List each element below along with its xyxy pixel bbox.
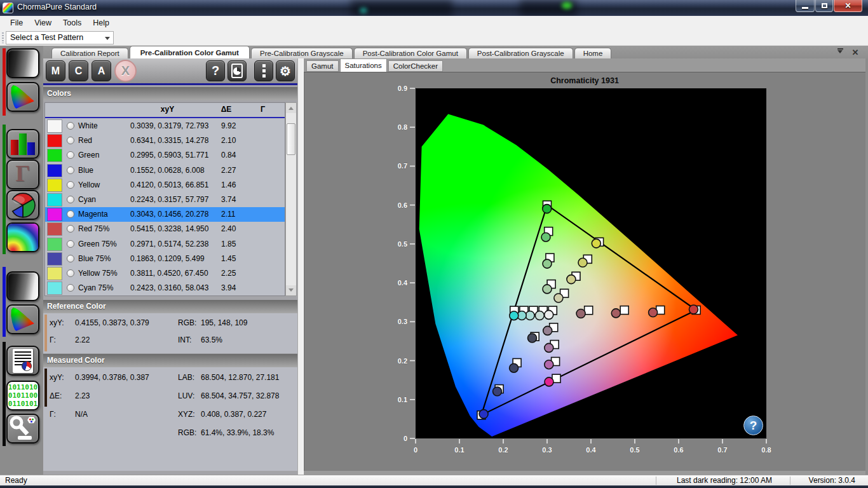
scroll-up-button[interactable] — [286, 103, 296, 113]
abort-button[interactable]: X — [114, 60, 137, 82]
tab-list-dropdown-button[interactable] — [835, 48, 845, 57]
tab-pre-calibration-color-gamut[interactable]: Pre-Calibration Color Gamut — [130, 46, 250, 58]
radio-button[interactable] — [67, 210, 74, 218]
radio-button[interactable] — [67, 196, 74, 203]
window-title: ChormaPure Standard — [17, 3, 97, 11]
chart-help-button[interactable]: ? — [743, 416, 763, 435]
radio-button[interactable] — [67, 269, 74, 277]
color-de-value: 1.45 — [221, 254, 236, 263]
color-swatch — [48, 268, 62, 280]
post-grayscale-button[interactable] — [6, 271, 39, 301]
scroll-down-button[interactable] — [286, 285, 296, 295]
field-value: 2.22 — [75, 336, 90, 344]
colors-section-header: Colors — [43, 87, 297, 100]
restore-button[interactable] — [815, 0, 833, 12]
options-button[interactable] — [254, 60, 273, 81]
color-xyy-value: 0.2243, 0.3157, 57.797 — [130, 195, 208, 204]
radio-button[interactable] — [67, 240, 74, 248]
color-row-cyan[interactable]: Cyan0.2243, 0.3157, 57.7973.74 — [45, 193, 285, 207]
measured-marker — [567, 275, 576, 284]
radio-button[interactable] — [67, 284, 74, 292]
radio-button[interactable] — [67, 225, 74, 233]
pre-gamut-button[interactable] — [6, 82, 39, 112]
subtab-saturations[interactable]: Saturations — [340, 58, 387, 72]
subtabs: GamutSaturationsColorChecker — [306, 58, 444, 72]
menu-item-tools[interactable]: Tools — [57, 16, 87, 30]
timer-button[interactable] — [227, 60, 247, 81]
color-row-white[interactable]: White0.3039, 0.3179, 72.7939.92 — [45, 119, 285, 133]
cie-horseshoe-icon — [8, 304, 37, 334]
post-gamut-button[interactable] — [6, 304, 39, 334]
color-decoder-button[interactable] — [6, 190, 39, 220]
measured-marker — [649, 308, 658, 317]
settings-button[interactable]: ⚙ — [276, 60, 295, 81]
chevron-down-icon — [105, 37, 110, 43]
close-window-button[interactable]: ✕ — [834, 0, 862, 12]
tab-post-calibration-color-gamut[interactable]: Post-Calibration Color Gamut — [354, 48, 467, 58]
toolbar-grip[interactable] — [2, 32, 4, 43]
reference-swatch — [44, 315, 47, 351]
rgb-levels-button[interactable] — [6, 129, 39, 159]
app-window: ChormaPure Standard ✕ FileViewToolsHelp … — [0, 0, 868, 488]
gamma-button[interactable]: Γ — [6, 159, 39, 189]
status-separator — [790, 477, 790, 485]
measured-marker — [535, 311, 544, 320]
field-value: 2.23 — [75, 391, 90, 400]
field-label: LAB: — [178, 373, 194, 382]
meter-button[interactable] — [6, 414, 39, 444]
tab-pre-calibration-grayscale[interactable]: Pre-Calibration Grayscale — [251, 48, 353, 58]
radio-button[interactable] — [67, 122, 74, 130]
color-row-magenta[interactable]: Magenta0.3043, 0.1456, 20.2782.11 — [45, 207, 285, 222]
color-row-red-75[interactable]: Red 75%0.5415, 0.3238, 14.9502.40 — [45, 222, 285, 236]
tab-post-calibration-grayscale[interactable]: Post-Calibration Grayscale — [468, 48, 573, 58]
subtab-gamut[interactable]: Gamut — [306, 60, 339, 72]
help-button[interactable]: ? — [206, 60, 225, 81]
raw-data-button[interactable]: 101101001011000110101 — [6, 381, 39, 410]
binary-code-icon: 101101001011000110101 — [8, 382, 38, 409]
measured-marker — [510, 311, 519, 320]
radio-button[interactable] — [67, 151, 74, 159]
radio-button[interactable] — [67, 166, 74, 174]
color-row-green[interactable]: Green0.2995, 0.5903, 51.7710.84 — [45, 148, 285, 163]
tabs-container: Calibration ReportPre-Calibration Color … — [51, 46, 613, 58]
measure-button-c[interactable]: C — [69, 60, 88, 81]
color-name: White — [78, 121, 98, 130]
menu-item-help[interactable]: Help — [87, 16, 115, 30]
measurement-toolbar: MCA X ? ⚙ — [43, 58, 297, 83]
color-row-red[interactable]: Red0.6341, 0.3315, 14.2782.10 — [45, 133, 285, 148]
menu-item-view[interactable]: View — [29, 16, 57, 30]
color-swatch — [48, 165, 62, 177]
panel-splitter[interactable] — [297, 58, 304, 475]
color-de-value: 2.25 — [221, 269, 236, 278]
color-xyy-value: 0.3043, 0.1456, 20.278 — [130, 210, 208, 219]
color-row-yellow[interactable]: Yellow0.4120, 0.5013, 66.8511.46 — [45, 178, 285, 193]
colors-scrollbar[interactable] — [285, 102, 297, 296]
pre-grayscale-button[interactable] — [6, 48, 39, 78]
report-button[interactable] — [6, 346, 39, 376]
color-analysis-button[interactable] — [6, 222, 39, 252]
color-row-yellow-75[interactable]: Yellow 75%0.3811, 0.4520, 67.4502.25 — [45, 266, 285, 281]
field-value: N/A — [75, 410, 88, 419]
radio-button[interactable] — [67, 137, 74, 144]
color-name: Yellow — [78, 180, 100, 189]
menu-item-file[interactable]: File — [4, 16, 29, 30]
color-row-cyan-75[interactable]: Cyan 75%0.2423, 0.3160, 58.0433.94 — [45, 281, 285, 295]
measured-marker — [543, 326, 552, 335]
scrollbar-thumb[interactable] — [287, 123, 295, 155]
radio-button[interactable] — [67, 255, 74, 262]
tab-home[interactable]: Home — [574, 48, 612, 58]
test-pattern-select[interactable]: Select a Test Pattern — [6, 31, 114, 44]
color-row-green-75[interactable]: Green 75%0.2971, 0.5174, 52.2381.85 — [45, 237, 285, 252]
subtab-colorchecker[interactable]: ColorChecker — [388, 60, 443, 72]
color-xyy-value: 0.2971, 0.5174, 52.238 — [130, 240, 208, 248]
radio-button[interactable] — [67, 181, 74, 189]
measure-button-a[interactable]: A — [92, 60, 111, 81]
tab-calibration-report[interactable]: Calibration Report — [51, 48, 128, 58]
field-label: xyY: — [50, 373, 64, 382]
color-row-blue-75[interactable]: Blue 75%0.1863, 0.1209, 5.4991.45 — [45, 252, 285, 266]
measure-button-m[interactable]: M — [46, 60, 65, 81]
minimize-button[interactable] — [796, 0, 815, 12]
tab-close-button[interactable]: ✕ — [850, 48, 860, 57]
color-row-blue[interactable]: Blue0.1552, 0.0628, 6.0082.27 — [45, 163, 285, 178]
glow-decoration — [360, 8, 367, 13]
